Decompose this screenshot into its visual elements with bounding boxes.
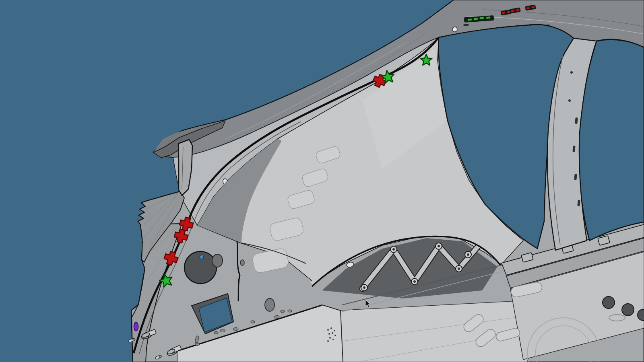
cad-3d-viewport[interactable] — [0, 0, 644, 362]
seatpan-oval-hole — [265, 298, 275, 311]
weld-point-pass-edge-marker[interactable] — [473, 18, 478, 21]
small-hole — [240, 260, 244, 265]
oval-hole — [212, 254, 223, 267]
purple-clip[interactable] — [134, 322, 138, 331]
roof-locator-hole — [452, 27, 457, 32]
weld-point-pass-edge-marker[interactable] — [486, 16, 491, 19]
weld-point-pass-edge-marker[interactable] — [479, 17, 484, 20]
blue-clip[interactable] — [199, 255, 204, 259]
weld-point-pass-edge-marker[interactable] — [467, 19, 472, 21]
